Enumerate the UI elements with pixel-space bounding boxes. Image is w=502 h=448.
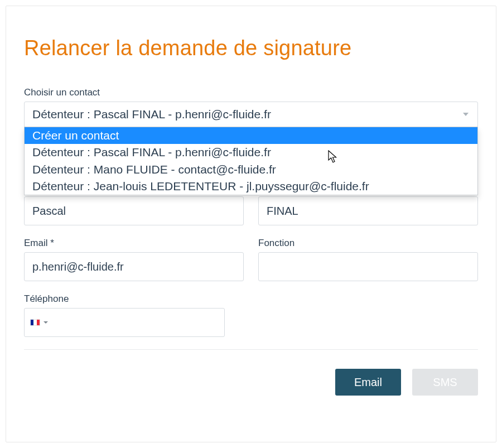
phone-label: Téléphone [24,293,478,305]
dropdown-option[interactable]: Détenteur : Jean-louis LEDETENTEUR - jl.… [25,178,477,195]
phone-input-wrapper[interactable] [24,308,225,337]
function-label: Fonction [258,238,478,249]
email-input[interactable] [24,252,244,281]
function-group: Fonction [258,238,478,281]
email-group: Email * [24,238,244,281]
phone-group: Téléphone [24,293,478,337]
chevron-down-icon [463,113,469,116]
separator [24,349,478,350]
dropdown-option[interactable]: Détenteur : Mano FLUIDE - contact@c-flui… [25,161,477,178]
dropdown-option[interactable]: Détenteur : Pascal FINAL - p.henri@c-flu… [25,144,477,161]
email-button[interactable]: Email [335,369,401,396]
firstname-group [24,196,244,225]
contact-select-group: Choisir un contact Détenteur : Pascal FI… [24,87,478,127]
email-label: Email * [24,238,244,249]
firstname-input[interactable] [24,196,244,225]
dropdown-option-create[interactable]: Créer un contact [25,127,477,144]
function-input[interactable] [258,252,478,281]
chevron-down-icon [44,321,48,324]
sms-button: SMS [412,369,478,396]
contact-select[interactable]: Détenteur : Pascal FINAL - p.henri@c-flu… [24,102,478,127]
contact-dropdown: Créer un contact Détenteur : Pascal FINA… [24,127,478,195]
page-title: Relancer la demande de signature [24,36,478,60]
lastname-group [258,196,478,225]
flag-fr-icon [30,319,40,326]
contact-select-current[interactable]: Détenteur : Pascal FINAL - p.henri@c-flu… [25,102,477,127]
form-fields: Email * Fonction Téléphone Email SMS [24,196,478,396]
lastname-input[interactable] [258,196,478,225]
contact-label: Choisir un contact [24,87,478,98]
contact-select-value: Détenteur : Pascal FINAL - p.henri@c-flu… [32,108,271,121]
action-bar: Email SMS [24,369,478,396]
dialog-card: Relancer la demande de signature Choisir… [6,6,496,442]
